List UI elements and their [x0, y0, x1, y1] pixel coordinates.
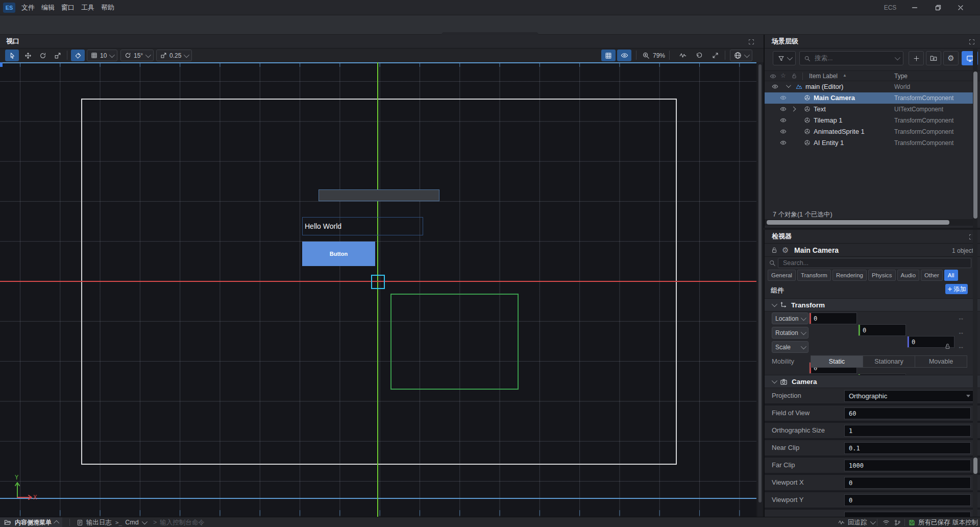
add-entity-button[interactable]	[909, 51, 924, 65]
hierarchy-search-input[interactable]	[814, 54, 892, 62]
reset-view-button[interactable]	[692, 50, 706, 61]
text-object[interactable]: Hello World	[302, 217, 423, 235]
hierarchy-hscrollbar-thumb[interactable]	[767, 220, 949, 225]
tab-transform[interactable]: Transform	[797, 270, 831, 281]
eye-icon[interactable]	[780, 106, 787, 112]
lock-open-icon[interactable]	[771, 247, 778, 254]
gear-icon[interactable]: ⚙	[782, 246, 789, 255]
inspector-search[interactable]	[778, 258, 971, 268]
location-axis-dropdown[interactable]: Location	[772, 313, 808, 324]
stats-button[interactable]	[676, 50, 690, 61]
scale-axis-dropdown[interactable]: Scale	[772, 341, 808, 353]
mobility-static[interactable]: Static	[811, 356, 863, 367]
viewport-expand-button[interactable]	[744, 35, 758, 49]
eye-icon[interactable]	[780, 94, 787, 101]
move-tool-button[interactable]	[21, 50, 35, 61]
sprite-bounds-rect[interactable]	[390, 294, 519, 390]
add-component-button[interactable]: 添加	[945, 284, 968, 294]
close-button[interactable]	[953, 0, 968, 15]
console-command-input[interactable]: > 输入控制台命令	[153, 517, 205, 527]
menu-tools[interactable]: 工具	[78, 0, 97, 15]
show-grid-toggle[interactable]	[601, 50, 616, 61]
menu-help[interactable]: 帮助	[98, 0, 117, 15]
minimize-button[interactable]	[908, 0, 922, 15]
tab-other[interactable]: Other	[921, 270, 943, 281]
tree-row-main[interactable]: main (Editor) World	[765, 81, 973, 92]
chevron-right-icon[interactable]	[791, 107, 796, 112]
version-branch-button[interactable]	[892, 517, 902, 527]
tab-physics[interactable]: Physics	[868, 270, 896, 281]
tree-row-animatedsprite[interactable]: AnimatedSprite 1 TransformComponent	[765, 126, 973, 137]
eye-icon[interactable]	[780, 139, 787, 146]
link-axes-icon[interactable]: ↔	[958, 314, 964, 322]
near-clip-input[interactable]: 0.1	[844, 442, 971, 454]
mobility-movable[interactable]: Movable	[915, 356, 967, 367]
fullscreen-button[interactable]	[708, 50, 722, 61]
trace-dropdown[interactable]: 回追踪	[838, 517, 874, 527]
eye-icon[interactable]	[780, 128, 787, 135]
menu-window[interactable]: 窗口	[58, 0, 78, 15]
mobility-stationary[interactable]: Stationary	[863, 356, 915, 367]
inspector-scrollbar-thumb[interactable]	[973, 458, 977, 474]
tree-row-main-camera[interactable]: Main Camera TransformComponent	[765, 92, 973, 104]
menu-edit[interactable]: 编辑	[38, 0, 58, 15]
eye-icon[interactable]	[772, 83, 778, 90]
orthographic-size-input[interactable]: 1	[844, 425, 971, 437]
scene-canvas[interactable]: Hello World Button Y X	[0, 62, 756, 517]
chevron-down-icon[interactable]	[786, 83, 791, 88]
app-logo[interactable]: ES	[3, 3, 15, 13]
column-type[interactable]: Type	[894, 73, 908, 80]
hierarchy-expand-button[interactable]	[965, 35, 978, 49]
maximize-button[interactable]	[931, 0, 945, 15]
tab-audio[interactable]: Audio	[897, 270, 919, 281]
selected-entity-gizmo[interactable]	[371, 275, 385, 289]
add-folder-button[interactable]	[926, 51, 941, 65]
tree-row-ai-entity[interactable]: AI Entity 1 TransformComponent	[765, 137, 973, 149]
hierarchy-scrollbar-thumb[interactable]	[973, 71, 977, 219]
field-of-view-input[interactable]: 60	[844, 408, 971, 419]
visibility-toggle[interactable]	[617, 50, 631, 61]
transform-section-header[interactable]: Transform	[765, 298, 980, 312]
sort-ascending-icon[interactable]: ▲	[843, 73, 847, 78]
version-control-button[interactable]: 版本控制	[952, 517, 978, 527]
viewport-y-input[interactable]: 0	[844, 494, 971, 506]
tree-row-tilemap[interactable]: Tilemap 1 TransformComponent	[765, 115, 973, 126]
tab-rendering[interactable]: Rendering	[832, 270, 867, 281]
projection-dropdown[interactable]: Orthographic	[844, 390, 975, 402]
scale-lock-icon[interactable]	[944, 343, 951, 350]
menu-file[interactable]: 文件	[18, 0, 38, 15]
filter-dropdown[interactable]	[773, 51, 796, 65]
tab-general[interactable]: General	[768, 270, 796, 281]
partial-input[interactable]	[844, 512, 971, 517]
hierarchy-settings-button[interactable]: ⚙	[943, 51, 959, 65]
link-axes-icon[interactable]: ↔	[958, 328, 964, 336]
grid-snap-dropdown[interactable]: 10	[87, 50, 117, 61]
inspector-search-input[interactable]	[782, 259, 967, 267]
tree-row-text[interactable]: Text UITextComponent	[765, 104, 973, 115]
network-status-button[interactable]	[881, 517, 891, 527]
link-axes-icon[interactable]: ↔	[958, 343, 964, 350]
camera-section-header[interactable]: Camera	[765, 375, 980, 388]
location-y-input[interactable]: 0	[858, 324, 906, 336]
scale-snap-dropdown[interactable]: 0.25	[156, 50, 192, 61]
snap-toggle-button[interactable]	[71, 50, 85, 61]
button-object[interactable]: Button	[302, 242, 375, 266]
hierarchy-search[interactable]	[799, 51, 903, 65]
location-x-input[interactable]: 0	[809, 313, 857, 324]
hierarchy-hscrollbar[interactable]	[765, 219, 973, 226]
zoom-control[interactable]: 79%	[642, 49, 665, 62]
cmd-dropdown[interactable]: >_ Cmd	[115, 517, 146, 527]
scale-tool-button[interactable]	[51, 50, 64, 61]
far-clip-input[interactable]: 1000	[844, 460, 971, 471]
view-mode-dropdown[interactable]	[730, 50, 752, 61]
viewport-scrollbar-thumb[interactable]	[758, 64, 762, 502]
rotation-snap-dropdown[interactable]: 15°	[120, 50, 154, 61]
tilemap-object[interactable]	[318, 189, 439, 201]
output-log-button[interactable]: 输出日志	[77, 517, 112, 527]
column-item-label[interactable]: Item Label	[809, 73, 838, 80]
select-tool-button[interactable]	[5, 50, 19, 61]
content-drawer-button[interactable]: 内容侧滑菜单	[0, 517, 62, 527]
rotation-axis-dropdown[interactable]: Rotation	[772, 327, 808, 339]
eye-icon[interactable]	[780, 117, 787, 124]
tab-all[interactable]: All	[944, 270, 958, 281]
